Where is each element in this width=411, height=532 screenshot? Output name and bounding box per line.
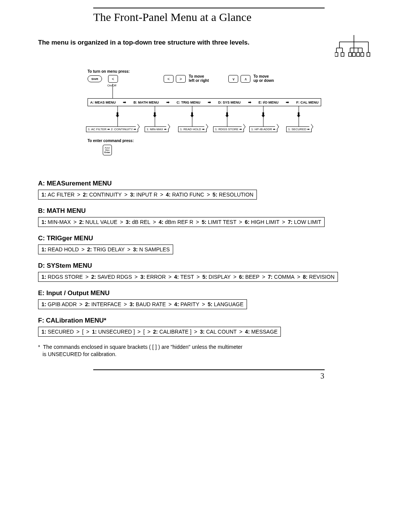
page-number: 3: [38, 372, 324, 380]
menu-item-text: RDGS STORE: [48, 274, 83, 280]
menu-item-text: NULL VALUE: [85, 219, 117, 225]
menubar-item: B: MATH MENU: [134, 101, 159, 104]
menu-item-text: HIGH LIMIT: [251, 219, 280, 225]
menu-item-number: 2:: [91, 274, 97, 280]
menu-item-number: 8:: [303, 274, 309, 280]
menu-item-number: 4:: [159, 219, 165, 225]
page: The Front-Panel Menu at a Glance The men…: [0, 0, 411, 532]
bottom-rule: [93, 369, 325, 370]
menu-item-number: 2:: [85, 301, 91, 307]
chevron-right-icon: >: [166, 274, 174, 280]
chevron-right-icon: >: [83, 274, 91, 280]
footnote-line1: The commands enclosed in square brackets…: [43, 344, 242, 350]
menu-heading: D: SYStem MENU: [38, 262, 373, 270]
menu-item-text: dBm REF R: [165, 219, 193, 225]
left-arrow-key-icon: <: [108, 75, 118, 83]
right-arrow-key-icon: >: [176, 75, 186, 83]
menu-item-text: ERROR: [147, 274, 166, 280]
leaf-box: 1: SECURED ➡: [286, 126, 312, 132]
top-level-menubar: A: MEAS MENU➡ B: MATH MENU➡ C: TRIG MENU…: [88, 98, 321, 106]
menu-item-number: 1:: [41, 192, 48, 198]
menu-item-number: 5:: [202, 274, 209, 280]
chevron-right-icon: >: [236, 219, 245, 225]
menu-item-number: 2:: [83, 192, 89, 198]
menu-flow-diagram: To turn on menu press: Shift < On/Off < …: [88, 69, 331, 165]
menu-item-text: RATIO FUNC: [172, 192, 204, 198]
footnote-asterisk: *: [38, 344, 40, 350]
menu-item-text: INTERFACE: [91, 301, 121, 307]
chevron-right-icon: >: [84, 329, 92, 335]
menubar-item: D: SYS MENU: [218, 101, 241, 104]
svg-rect-19: [361, 53, 364, 56]
enter-command-label: To enter command press:: [88, 139, 134, 143]
menu-item-number: 4:: [166, 192, 172, 198]
menu-item-text: CAL COUNT: [206, 329, 236, 335]
menu-item-text: LANGUAGE: [214, 301, 244, 307]
leaf-box: 1: MIN-MAX ➡: [145, 126, 169, 132]
chevron-right-icon: >: [132, 274, 140, 280]
menu-item-number: 3:: [140, 274, 147, 280]
menu-item-text: PARITY: [180, 301, 199, 307]
footnote-line2: is UNSECURED for calibration.: [43, 351, 117, 357]
svg-rect-17: [352, 53, 355, 56]
menu-item-number: 5:: [213, 192, 219, 198]
svg-rect-20: [367, 53, 370, 56]
menu-heading: A: MEASurement MENU: [38, 180, 373, 187]
chevron-right-icon: >: [77, 301, 85, 307]
down-arrow-key-icon: ∨: [228, 75, 238, 83]
menu-item-text: SECURED: [48, 329, 73, 335]
leaf-box: 1: READ HOLD ➡: [178, 126, 207, 132]
menu-item-text: BAUD RATE: [136, 301, 166, 307]
shift-key-icon: Shift: [88, 75, 102, 82]
menu-item-number: 2:: [87, 246, 93, 252]
menu-item-number: 3:: [129, 301, 135, 307]
chevron-right-icon: >: [193, 219, 202, 225]
menu-item-number: 1:: [92, 329, 98, 335]
menu-item-text: UNSECURED ]: [98, 329, 135, 335]
chevron-right-icon: >: [199, 301, 208, 307]
turn-on-label: To turn on menu press:: [88, 69, 130, 73]
chevron-right-icon: >: [117, 219, 126, 225]
menu-item-number: 6:: [239, 274, 245, 280]
chevron-right-icon: >: [121, 301, 129, 307]
chevron-right-icon: >: [158, 192, 166, 198]
chevron-right-icon: >: [75, 192, 83, 198]
leaf-box: 1: AC FILTER ➡ 2: CONTINUITY ➡: [86, 126, 138, 132]
menu-item-text: SAVED RDGS: [97, 274, 132, 280]
subhead-text: The menu is organized in a top-down tree…: [38, 39, 249, 46]
chevron-right-icon: >: [74, 329, 82, 335]
menu-item-text: LIMIT TEST: [208, 219, 236, 225]
menu-item-number: 3:: [133, 246, 139, 252]
chevron-right-icon: >: [279, 219, 288, 225]
chevron-right-icon: >: [122, 192, 130, 198]
down-arrow-icon: ⬇: [261, 111, 266, 118]
menu-sections: A: MEASurement MENU1: AC FILTER > 2: CON…: [38, 180, 373, 337]
menu-item-number: 3:: [130, 192, 136, 198]
menu-item-number: 5:: [202, 219, 208, 225]
chevron-right-icon: >: [166, 301, 174, 307]
chevron-right-icon: >: [204, 192, 213, 198]
move-lr-caption: To moveleft or right: [189, 74, 209, 83]
down-arrow-icon: ⬇: [115, 111, 120, 118]
subhead-row: The menu is organized in a top-down tree…: [38, 35, 373, 58]
onoff-label: On/Off: [107, 84, 116, 87]
menu-item-text: AC FILTER: [48, 192, 75, 198]
menu-item-text: TRIG DELAY: [93, 246, 124, 252]
menubar-item: F: CAL MENU: [296, 101, 319, 104]
left-arrow-key-icon-2: <: [164, 75, 174, 83]
tree-structure-icon: [335, 35, 373, 58]
menu-item-number: 1:: [41, 246, 48, 252]
chevron-right-icon: >: [71, 219, 79, 225]
menu-item-text: BEEP: [245, 274, 259, 280]
menubar-item: C: TRIG MENU: [177, 101, 201, 104]
menu-item-number: 3:: [200, 329, 206, 335]
menu-item-text: GPIB ADDR: [48, 301, 76, 307]
menu-item-number: 6:: [245, 219, 251, 225]
menu-item-number: 1:: [41, 329, 48, 335]
menu-item-text: CONTINUITY: [89, 192, 122, 198]
menu-item-text: DISPLAY: [209, 274, 231, 280]
svg-rect-18: [357, 53, 360, 56]
menu-item-text: REVISION: [309, 274, 335, 280]
menu-item-text: N SAMPLES: [139, 246, 170, 252]
menu-item-text: INPUT R: [136, 192, 158, 198]
